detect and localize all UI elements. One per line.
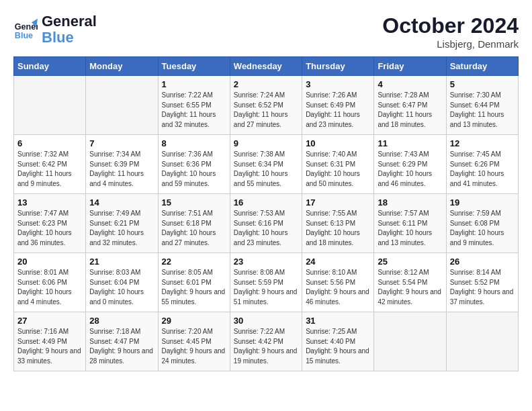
svg-text:Blue: Blue xyxy=(15,31,33,40)
day-number: 30 xyxy=(234,316,298,326)
day-info: Sunrise: 7:26 AM Sunset: 6:49 PM Dayligh… xyxy=(306,91,370,130)
day-number: 5 xyxy=(450,79,515,89)
day-number: 11 xyxy=(378,138,442,148)
day-info: Sunrise: 8:05 AM Sunset: 6:01 PM Dayligh… xyxy=(162,268,226,307)
day-info: Sunrise: 7:45 AM Sunset: 6:26 PM Dayligh… xyxy=(450,150,515,189)
calendar-table: SundayMondayTuesdayWednesdayThursdayFrid… xyxy=(13,56,519,371)
day-info: Sunrise: 8:08 AM Sunset: 5:59 PM Dayligh… xyxy=(234,268,298,307)
page-header: General Blue GeneralBlue October 2024 Li… xyxy=(13,13,519,50)
calendar-cell: 26Sunrise: 8:14 AM Sunset: 5:52 PM Dayli… xyxy=(446,253,518,312)
day-info: Sunrise: 7:59 AM Sunset: 6:08 PM Dayligh… xyxy=(450,209,515,248)
calendar-week-row: 27Sunrise: 7:16 AM Sunset: 4:49 PM Dayli… xyxy=(14,312,519,371)
weekday-header-sunday: Sunday xyxy=(14,57,86,76)
calendar-cell: 21Sunrise: 8:03 AM Sunset: 6:04 PM Dayli… xyxy=(86,253,158,312)
calendar-cell: 12Sunrise: 7:45 AM Sunset: 6:26 PM Dayli… xyxy=(446,135,518,194)
day-info: Sunrise: 7:16 AM Sunset: 4:49 PM Dayligh… xyxy=(17,327,82,366)
day-info: Sunrise: 7:38 AM Sunset: 6:34 PM Dayligh… xyxy=(234,150,298,189)
day-number: 24 xyxy=(306,257,370,267)
calendar-week-row: 1Sunrise: 7:22 AM Sunset: 6:55 PM Daylig… xyxy=(14,76,519,135)
calendar-cell: 31Sunrise: 7:25 AM Sunset: 4:40 PM Dayli… xyxy=(302,312,374,371)
calendar-week-row: 13Sunrise: 7:47 AM Sunset: 6:23 PM Dayli… xyxy=(14,194,519,253)
logo: General Blue GeneralBlue xyxy=(13,13,97,46)
day-number: 9 xyxy=(234,138,298,148)
day-number: 29 xyxy=(162,316,226,326)
weekday-header-friday: Friday xyxy=(374,57,446,76)
calendar-week-row: 6Sunrise: 7:32 AM Sunset: 6:42 PM Daylig… xyxy=(14,135,519,194)
calendar-cell: 18Sunrise: 7:57 AM Sunset: 6:11 PM Dayli… xyxy=(374,194,446,253)
calendar-cell xyxy=(86,76,158,135)
day-info: Sunrise: 7:22 AM Sunset: 4:42 PM Dayligh… xyxy=(234,327,298,366)
day-number: 14 xyxy=(89,197,154,208)
calendar-cell: 23Sunrise: 8:08 AM Sunset: 5:59 PM Dayli… xyxy=(230,253,302,312)
day-number: 26 xyxy=(450,257,515,267)
calendar-cell: 28Sunrise: 7:18 AM Sunset: 4:47 PM Dayli… xyxy=(86,312,158,371)
day-number: 15 xyxy=(162,197,226,208)
calendar-cell: 19Sunrise: 7:59 AM Sunset: 6:08 PM Dayli… xyxy=(446,194,518,253)
day-number: 17 xyxy=(306,197,370,208)
day-info: Sunrise: 7:30 AM Sunset: 6:44 PM Dayligh… xyxy=(450,91,515,130)
calendar-cell: 24Sunrise: 8:10 AM Sunset: 5:56 PM Dayli… xyxy=(302,253,374,312)
day-info: Sunrise: 8:10 AM Sunset: 5:56 PM Dayligh… xyxy=(306,268,370,307)
day-number: 12 xyxy=(450,138,515,148)
calendar-cell: 8Sunrise: 7:36 AM Sunset: 6:36 PM Daylig… xyxy=(158,135,230,194)
logo-icon: General Blue xyxy=(13,17,38,42)
day-info: Sunrise: 7:18 AM Sunset: 4:47 PM Dayligh… xyxy=(89,327,154,366)
day-info: Sunrise: 7:40 AM Sunset: 6:31 PM Dayligh… xyxy=(306,150,370,189)
day-info: Sunrise: 7:34 AM Sunset: 6:39 PM Dayligh… xyxy=(89,150,154,189)
day-info: Sunrise: 7:22 AM Sunset: 6:55 PM Dayligh… xyxy=(162,91,226,130)
day-number: 1 xyxy=(162,79,226,89)
day-number: 19 xyxy=(450,197,515,208)
calendar-cell: 9Sunrise: 7:38 AM Sunset: 6:34 PM Daylig… xyxy=(230,135,302,194)
day-number: 7 xyxy=(89,138,154,148)
day-info: Sunrise: 7:32 AM Sunset: 6:42 PM Dayligh… xyxy=(17,150,82,189)
calendar-week-row: 20Sunrise: 8:01 AM Sunset: 6:06 PM Dayli… xyxy=(14,253,519,312)
calendar-cell: 15Sunrise: 7:51 AM Sunset: 6:18 PM Dayli… xyxy=(158,194,230,253)
calendar-cell: 29Sunrise: 7:20 AM Sunset: 4:45 PM Dayli… xyxy=(158,312,230,371)
day-number: 13 xyxy=(17,197,82,208)
day-info: Sunrise: 7:28 AM Sunset: 6:47 PM Dayligh… xyxy=(378,91,442,130)
weekday-header-tuesday: Tuesday xyxy=(158,57,230,76)
calendar-cell: 17Sunrise: 7:55 AM Sunset: 6:13 PM Dayli… xyxy=(302,194,374,253)
calendar-header-row: SundayMondayTuesdayWednesdayThursdayFrid… xyxy=(14,57,519,76)
weekday-header-monday: Monday xyxy=(86,57,158,76)
weekday-header-thursday: Thursday xyxy=(302,57,374,76)
day-info: Sunrise: 7:24 AM Sunset: 6:52 PM Dayligh… xyxy=(234,91,298,130)
calendar-cell: 30Sunrise: 7:22 AM Sunset: 4:42 PM Dayli… xyxy=(230,312,302,371)
calendar-body: 1Sunrise: 7:22 AM Sunset: 6:55 PM Daylig… xyxy=(14,76,519,371)
day-number: 28 xyxy=(89,316,154,326)
calendar-cell: 13Sunrise: 7:47 AM Sunset: 6:23 PM Dayli… xyxy=(14,194,86,253)
day-number: 25 xyxy=(378,257,442,267)
location-subtitle: Lisbjerg, Denmark xyxy=(382,38,519,50)
day-info: Sunrise: 7:53 AM Sunset: 6:16 PM Dayligh… xyxy=(234,209,298,248)
calendar-cell: 25Sunrise: 8:12 AM Sunset: 5:54 PM Dayli… xyxy=(374,253,446,312)
day-info: Sunrise: 8:14 AM Sunset: 5:52 PM Dayligh… xyxy=(450,268,515,307)
title-block: October 2024 Lisbjerg, Denmark xyxy=(382,13,519,50)
day-number: 21 xyxy=(89,257,154,267)
day-number: 3 xyxy=(306,79,370,89)
logo-text: GeneralBlue xyxy=(42,13,97,46)
day-info: Sunrise: 7:47 AM Sunset: 6:23 PM Dayligh… xyxy=(17,209,82,248)
day-number: 4 xyxy=(378,79,442,89)
calendar-cell: 22Sunrise: 8:05 AM Sunset: 6:01 PM Dayli… xyxy=(158,253,230,312)
calendar-cell: 10Sunrise: 7:40 AM Sunset: 6:31 PM Dayli… xyxy=(302,135,374,194)
day-info: Sunrise: 7:55 AM Sunset: 6:13 PM Dayligh… xyxy=(306,209,370,248)
calendar-cell: 11Sunrise: 7:43 AM Sunset: 6:29 PM Dayli… xyxy=(374,135,446,194)
day-number: 23 xyxy=(234,257,298,267)
day-number: 27 xyxy=(17,316,82,326)
day-info: Sunrise: 7:49 AM Sunset: 6:21 PM Dayligh… xyxy=(89,209,154,248)
day-number: 10 xyxy=(306,138,370,148)
day-number: 16 xyxy=(234,197,298,208)
day-number: 20 xyxy=(17,257,82,267)
calendar-cell xyxy=(446,312,518,371)
day-info: Sunrise: 7:43 AM Sunset: 6:29 PM Dayligh… xyxy=(378,150,442,189)
day-info: Sunrise: 8:01 AM Sunset: 6:06 PM Dayligh… xyxy=(17,268,82,307)
day-info: Sunrise: 7:36 AM Sunset: 6:36 PM Dayligh… xyxy=(162,150,226,189)
calendar-cell: 6Sunrise: 7:32 AM Sunset: 6:42 PM Daylig… xyxy=(14,135,86,194)
calendar-cell: 3Sunrise: 7:26 AM Sunset: 6:49 PM Daylig… xyxy=(302,76,374,135)
day-number: 22 xyxy=(162,257,226,267)
day-info: Sunrise: 8:12 AM Sunset: 5:54 PM Dayligh… xyxy=(378,268,442,307)
weekday-header-wednesday: Wednesday xyxy=(230,57,302,76)
day-info: Sunrise: 7:25 AM Sunset: 4:40 PM Dayligh… xyxy=(306,327,370,366)
calendar-cell: 16Sunrise: 7:53 AM Sunset: 6:16 PM Dayli… xyxy=(230,194,302,253)
day-number: 6 xyxy=(17,138,82,148)
